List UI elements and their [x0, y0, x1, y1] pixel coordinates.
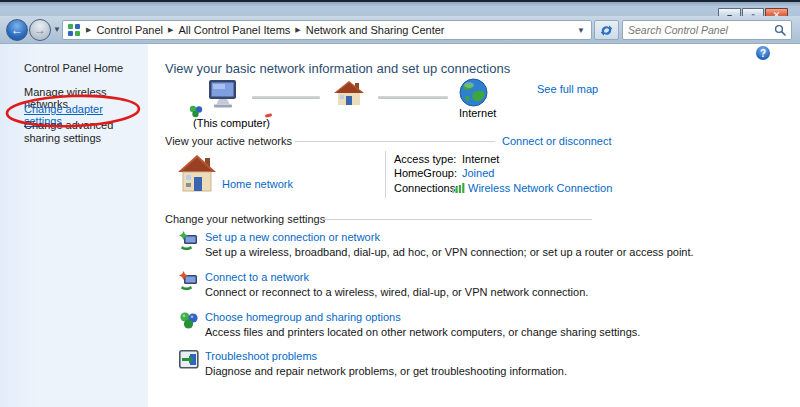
wireless-network-connection-link[interactable]: Wireless Network Connection [468, 182, 612, 194]
refresh-icon [600, 24, 613, 37]
section-rule [295, 141, 495, 142]
internet-globe-icon[interactable] [459, 78, 488, 107]
page-title: View your basic network information and … [165, 61, 615, 76]
connect-or-disconnect-link[interactable]: Connect or disconnect [502, 135, 611, 147]
troubleshoot-icon [179, 350, 199, 369]
networking-settings-header: Change your networking settings [165, 213, 325, 225]
sidebar-item-change-advanced-sharing-settings[interactable]: Change advanced sharing settings [24, 119, 142, 145]
connect-to-network-desc: Connect or reconnect to a wireless, wire… [205, 286, 588, 298]
map-link-line [378, 96, 448, 99]
help-button[interactable]: ? [756, 46, 770, 60]
section-rule [322, 219, 592, 220]
refresh-button[interactable] [594, 20, 619, 40]
homegroup-label: HomeGroup: [394, 167, 457, 179]
sidebar-item-control-panel-home[interactable]: Control Panel Home [24, 62, 142, 74]
back-arrow-icon: ← [11, 23, 23, 37]
details-divider [385, 151, 386, 198]
breadcrumb-separator-icon: ▶ [168, 26, 173, 34]
help-icon: ? [760, 48, 766, 59]
new-connection-icon [179, 231, 199, 251]
troubleshoot-problems-desc: Diagnose and repair network problems, or… [205, 365, 567, 377]
forward-button[interactable]: → [29, 19, 51, 41]
troubleshoot-problems-link[interactable]: Troubleshoot problems [205, 350, 317, 362]
homegroup-icon [179, 311, 199, 330]
search-input[interactable] [628, 24, 774, 36]
active-networks-header: View your active networks [165, 135, 292, 147]
network-location-icon [67, 23, 81, 37]
breadcrumb-network-sharing-center[interactable]: Network and Sharing Center [306, 24, 445, 36]
network-sharing-center-window: – ▫ ✕ ← → ▼ ▶ Control Panel ▶ All Contro… [0, 0, 800, 407]
forward-arrow-icon: → [34, 23, 46, 37]
connect-to-network-link[interactable]: Connect to a network [205, 271, 309, 283]
access-type-label: Access type: [394, 153, 456, 165]
wireless-signal-icon [452, 182, 465, 193]
choose-homegroup-desc: Access files and printers located on oth… [205, 326, 640, 338]
home-network-icon[interactable] [177, 152, 217, 194]
setup-new-connection-desc: Set up a wireless, broadband, dial-up, a… [205, 246, 694, 258]
see-full-map-link[interactable]: See full map [537, 83, 598, 95]
this-computer-icon[interactable] [204, 79, 242, 110]
search-box[interactable] [622, 20, 792, 40]
homegroup-joined-link[interactable]: Joined [462, 167, 494, 179]
back-button[interactable]: ← [6, 19, 28, 41]
choose-homegroup-link[interactable]: Choose homegroup and sharing options [205, 311, 401, 323]
this-computer-label: (This computer) [193, 117, 270, 129]
connect-to-network-icon [179, 271, 199, 291]
home-network-link[interactable]: Home network [222, 178, 293, 190]
breadcrumb-control-panel[interactable]: Control Panel [96, 24, 163, 36]
breadcrumb-separator-icon: ▶ [295, 26, 300, 34]
breadcrumb-all-items[interactable]: All Control Panel Items [178, 24, 290, 36]
setup-new-connection-link[interactable]: Set up a new connection or network [205, 231, 380, 243]
internet-label: Internet [459, 107, 496, 119]
access-type-value: Internet [462, 153, 499, 165]
home-network-map-icon[interactable] [333, 79, 365, 107]
recent-pages-dropdown[interactable]: ▼ [53, 25, 61, 34]
connections-label: Connections: [394, 182, 458, 194]
map-link-line [252, 96, 320, 99]
address-dropdown-icon[interactable]: ▼ [577, 26, 587, 35]
search-icon [774, 24, 786, 36]
address-bar[interactable]: ▶ Control Panel ▶ All Control Panel Item… [62, 20, 592, 40]
breadcrumb-separator-icon: ▶ [86, 26, 91, 34]
